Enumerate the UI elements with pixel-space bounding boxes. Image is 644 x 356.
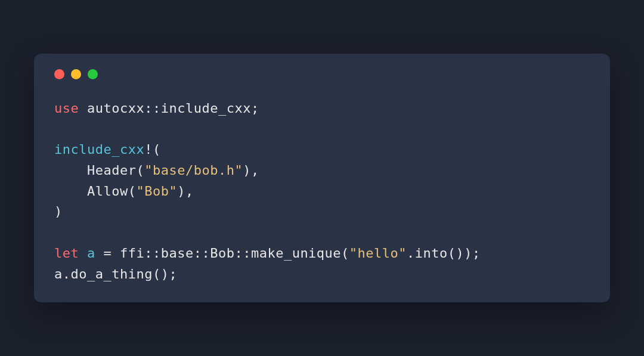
code-text: = ffi::base::Bob::make_unique( [95,246,349,261]
keyword-use: use [54,101,79,116]
code-text: ), [243,163,259,178]
code-text: !( [144,142,161,157]
keyword-let: let [54,246,79,261]
macro-name: include_cxx [54,142,144,157]
code-text: .into()); [407,246,481,261]
string-literal: "hello" [349,246,407,261]
code-text: ) [54,204,63,219]
code-text: Header( [54,163,144,178]
variable-name: a [87,246,95,261]
window-controls [54,69,590,79]
code-window: use autocxx::include_cxx; include_cxx!( … [34,54,610,303]
code-text: autocxx::include_cxx; [79,101,259,116]
code-block: use autocxx::include_cxx; include_cxx!( … [54,98,590,285]
code-text [79,246,87,261]
string-literal: "base/bob.h" [144,163,243,178]
string-literal: "Bob" [136,184,177,199]
close-icon[interactable] [54,69,64,79]
code-text: a.do_a_thing(); [54,267,177,281]
code-text: Allow( [54,184,136,199]
maximize-icon[interactable] [88,69,98,79]
code-text: ), [177,184,194,199]
minimize-icon[interactable] [71,69,81,79]
